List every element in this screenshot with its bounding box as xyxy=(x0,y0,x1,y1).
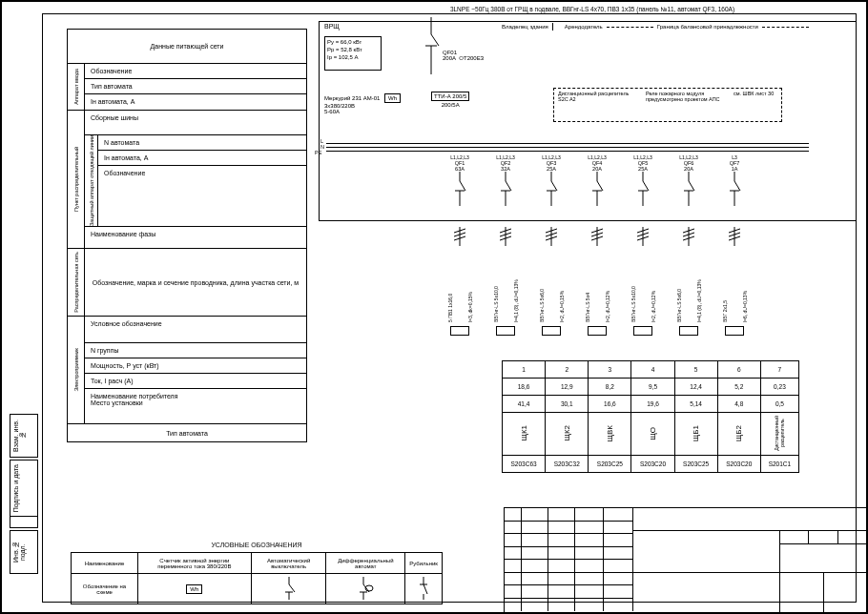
svg-line-29 xyxy=(734,181,740,191)
legend-table: Наименование Счетчик активной энергии пе… xyxy=(71,552,443,604)
legend: УСЛОВНЫЕ ОБОЗНАЧЕНИЯ Наименование Счетчи… xyxy=(71,542,443,604)
lb-header: Данные питающей сети xyxy=(68,30,306,63)
table-row-breaker-type: S203С63S203С32S203С25S203С20S203С25S203С… xyxy=(503,455,799,472)
branch-1: L1,L2,L3QF163А xyxy=(441,154,479,206)
svg-line-25 xyxy=(689,181,694,191)
branch-6: L1,L2,L3QF620А xyxy=(670,154,708,206)
side-tab-3: Инв.№ подл. xyxy=(10,530,38,574)
table-row-current: 41,430,116,619,65,144,80,5 xyxy=(503,396,799,413)
legend-rcbo-icon xyxy=(326,574,405,604)
branch-3: L1,L2,L3QF325А xyxy=(532,154,570,206)
left-classification-block: Данные питающей сети Аппарат ввода Обозн… xyxy=(67,29,307,442)
cable-2: ВВГнг-LS 5x10,0l=4,1 (8), dU=0,13% xyxy=(486,227,525,336)
table-row-num: 1234567 xyxy=(503,361,799,379)
top-supply-note: 3LNPE ~50Гц 380В от ГРЩ в подвале, ВВГнг… xyxy=(324,6,860,12)
side-tabs: Взам. инв.№ Подпись и дата Инв.№ подл. xyxy=(10,2,40,612)
svg-line-1 xyxy=(431,34,439,46)
cable-5: ВВГнг-LS 5x10,0l=2, dU=0,12% xyxy=(624,227,662,336)
cable-6: ВВГнг-LS 5x6,0l=4,1 (8), dU=0,13% xyxy=(670,227,708,336)
bus-l xyxy=(326,143,809,144)
branch-7: L3QF71А xyxy=(715,154,754,206)
lb-group-1: Аппарат ввода Обозначение Тип автомата I… xyxy=(68,64,306,111)
legend-wh-icon: Wh xyxy=(138,574,252,604)
load-summary-table: 1234567 18,612,98,29,512,45,20,23 41,430… xyxy=(502,360,799,473)
side-tab-1-label: Взам. инв.№ xyxy=(10,415,28,457)
lb-footer: Тип автомата xyxy=(68,424,306,441)
table-row-name: ЩК1 ЩК2 ЩВК ЩО ЩБ1 ЩБ2 Дистанционный рас… xyxy=(503,413,799,456)
current-transformer: ТТИ-А 200/5 200/5А xyxy=(431,92,469,108)
bus-pe xyxy=(326,151,809,152)
title-block xyxy=(504,507,866,612)
branch-5: L1,L2,L3QF525А xyxy=(624,154,662,206)
svg-line-70 xyxy=(424,584,427,594)
legend-title: УСЛОВНЫЕ ОБОЗНАЧЕНИЯ xyxy=(71,542,443,548)
load-parameters: Ру = 66,0 кВт Рр = 52,8 кВт Iр = 102,5 А xyxy=(324,36,382,71)
side-tab-3-label: Инв.№ подл. xyxy=(10,531,28,573)
svg-line-13 xyxy=(551,181,557,191)
cable-7: ВВГ 2x1,5l=6, dU=0,13% xyxy=(715,227,754,336)
side-tab-2-label: Подпись и дата xyxy=(10,460,21,516)
branch-2: L1,L2,L3QF232А xyxy=(486,154,525,206)
side-tab-1: Взам. инв.№ xyxy=(10,414,38,458)
branch-4: L1,L2,L3QF420А xyxy=(578,154,616,206)
panel-label: ВРЩ xyxy=(324,23,340,30)
drawing-sheet: Взам. инв.№ Подпись и дата Инв.№ подл. Д… xyxy=(0,0,868,614)
wh-icon: Wh xyxy=(384,93,401,103)
lb-group-2: Пункт распределительный Сборные шины Защ… xyxy=(68,111,306,249)
svg-line-61 xyxy=(289,584,295,592)
lb-group-3: Распределительная сеть Обозначение, марк… xyxy=(68,249,306,317)
lb-group-4: Электроприемник Условное обозначение N г… xyxy=(68,317,306,424)
remote-trip-box: Дистанционный расцепитель S2C A2 Реле по… xyxy=(553,88,782,122)
cable-4: ВВГнг-LS 5x4l=2, dU=0,12% xyxy=(578,227,616,336)
cable-1: 5 ПВ1 1x16,0l=3, dk=0,15% xyxy=(441,227,479,336)
svg-line-17 xyxy=(597,181,603,191)
svg-line-9 xyxy=(506,181,511,191)
legend-switch-icon xyxy=(405,574,443,604)
table-row-power: 18,612,98,29,512,45,20,23 xyxy=(503,379,799,396)
side-tab-2: Подпись и дата xyxy=(10,460,38,528)
bus-n xyxy=(326,147,809,148)
legend-breaker-icon xyxy=(251,574,326,604)
ownership-boundary: Владелец здания Арендодатель Граница бал… xyxy=(498,23,809,31)
svg-line-5 xyxy=(460,181,465,191)
cable-3: ВВГнг-LS 5x6,0l=2, dU=0,15% xyxy=(532,227,570,336)
svg-line-21 xyxy=(643,181,649,191)
